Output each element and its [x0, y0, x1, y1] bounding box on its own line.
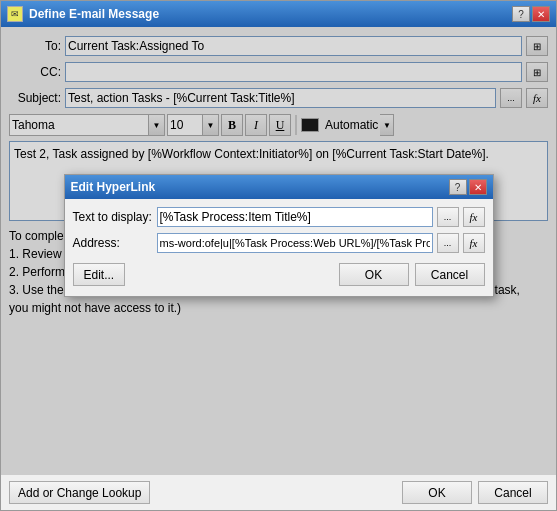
text-to-display-input[interactable]	[157, 207, 433, 227]
add-change-lookup-button[interactable]: Add or Change Lookup	[9, 481, 150, 504]
address-fx-button[interactable]: fx	[463, 233, 485, 253]
main-cancel-button[interactable]: Cancel	[478, 481, 548, 504]
hyperlink-dialog-title: Edit HyperLink	[71, 180, 156, 194]
address-row: Address: ... fx	[73, 233, 485, 253]
hyperlink-edit-button[interactable]: Edit...	[73, 263, 126, 286]
email-icon: ✉	[7, 6, 23, 22]
title-bar-left: ✉ Define E-mail Message	[7, 6, 159, 22]
main-dialog: ✉ Define E-mail Message ? ✕ To: ⊞ CC: ⊞ …	[0, 0, 557, 511]
close-button[interactable]: ✕	[532, 6, 550, 22]
hyperlink-title-buttons: ? ✕	[449, 179, 487, 195]
hyperlink-ok-button[interactable]: OK	[339, 263, 409, 286]
address-input[interactable]	[157, 233, 433, 253]
address-ellipsis-button[interactable]: ...	[437, 233, 459, 253]
hyperlink-cancel-button[interactable]: Cancel	[415, 263, 485, 286]
address-label: Address:	[73, 236, 153, 250]
hyperlink-close-button[interactable]: ✕	[469, 179, 487, 195]
text-to-display-label: Text to display:	[73, 210, 153, 224]
help-button[interactable]: ?	[512, 6, 530, 22]
hyperlink-ok-cancel: OK Cancel	[339, 263, 485, 286]
bottom-bar: Add or Change Lookup OK Cancel	[1, 474, 556, 510]
modal-overlay: Edit HyperLink ? ✕ Text to display: ... …	[1, 27, 556, 474]
hyperlink-title-bar: Edit HyperLink ? ✕	[65, 175, 493, 199]
hyperlink-dialog: Edit HyperLink ? ✕ Text to display: ... …	[64, 174, 494, 297]
main-title-bar: ✉ Define E-mail Message ? ✕	[1, 1, 556, 27]
hyperlink-body: Text to display: ... fx Address: ... fx …	[65, 199, 493, 296]
hyperlink-help-button[interactable]: ?	[449, 179, 467, 195]
main-ok-button[interactable]: OK	[402, 481, 472, 504]
text-fx-button[interactable]: fx	[463, 207, 485, 227]
text-to-display-row: Text to display: ... fx	[73, 207, 485, 227]
main-dialog-title: Define E-mail Message	[29, 7, 159, 21]
bottom-right-buttons: OK Cancel	[402, 481, 548, 504]
hyperlink-bottom-row: Edit... OK Cancel	[73, 259, 485, 288]
title-bar-buttons: ? ✕	[512, 6, 550, 22]
text-ellipsis-button[interactable]: ...	[437, 207, 459, 227]
